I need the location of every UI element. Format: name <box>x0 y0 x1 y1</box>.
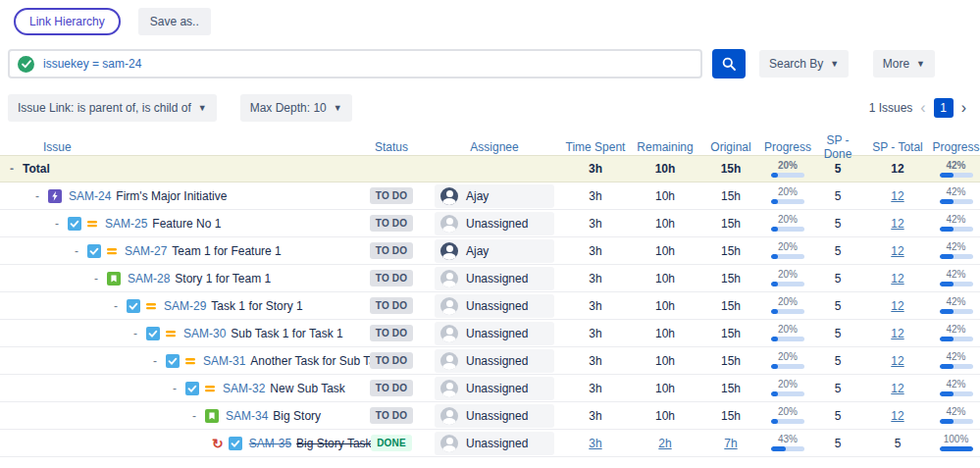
sp-total-value[interactable]: 12 <box>891 327 903 340</box>
search-by-dropdown[interactable]: Search By ▼ <box>759 50 849 78</box>
collapse-toggle[interactable]: - <box>55 217 59 231</box>
issue-summary: Feature No 1 <box>152 217 221 231</box>
avatar <box>440 242 458 260</box>
sp-total-value[interactable]: 12 <box>891 244 903 258</box>
time-spent-value: 3h <box>589 327 601 340</box>
issue-key-link[interactable]: SAM-34 <box>226 409 268 423</box>
collapse-toggle[interactable]: - <box>173 382 177 395</box>
avatar <box>440 270 458 287</box>
time-spent-value: 3h <box>589 354 601 368</box>
issue-key-link[interactable]: SAM-25 <box>105 217 147 231</box>
time-progress-bar <box>771 254 804 259</box>
issue-key-link[interactable]: SAM-32 <box>223 382 265 395</box>
column-header-original[interactable]: Original <box>698 140 763 154</box>
column-header-remaining[interactable]: Remaining <box>632 140 698 154</box>
column-header-issue[interactable]: Issue <box>0 140 353 154</box>
issue-key-link[interactable]: SAM-31 <box>203 354 245 368</box>
current-page-button[interactable]: 1 <box>934 98 954 118</box>
collapse-toggle[interactable]: - <box>133 327 137 340</box>
time-progress: 20% <box>763 407 812 424</box>
column-header-sp-done[interactable]: SP - Done <box>812 133 863 161</box>
time-progress-label: 20% <box>778 297 798 307</box>
issue-key-link[interactable]: SAM-29 <box>164 299 206 313</box>
sp-progress-bar <box>940 282 973 286</box>
collapse-toggle[interactable]: - <box>75 244 78 258</box>
assignee-name: Unassigned <box>466 299 528 313</box>
issue-key-link[interactable]: SAM-24 <box>69 189 111 203</box>
sp-total-value[interactable]: 12 <box>891 272 903 286</box>
sp-done-value: 5 <box>835 272 842 286</box>
avatar <box>440 435 458 452</box>
time-progress-bar <box>771 309 804 314</box>
sp-total-value[interactable]: 12 <box>891 409 903 423</box>
assignee-name: Unassigned <box>466 382 528 395</box>
sp-progress-label: 42% <box>946 407 965 417</box>
jql-search-input[interactable]: issuekey = sam-24 <box>8 49 702 78</box>
sp-total-value[interactable]: 12 <box>891 217 903 231</box>
collapse-toggle[interactable]: - <box>10 162 14 176</box>
time-spent-value: 3h <box>589 244 601 258</box>
time-spent-value: 3h <box>589 299 601 313</box>
sp-progress-bar <box>940 364 973 369</box>
sp-total-value[interactable]: 12 <box>891 299 903 313</box>
issue-key-link[interactable]: SAM-28 <box>128 272 170 286</box>
column-header-assignee[interactable]: Assignee <box>430 140 559 154</box>
jql-query-text: issuekey = sam-24 <box>43 57 141 71</box>
time-progress-bar <box>771 173 804 178</box>
search-button[interactable] <box>712 49 746 78</box>
query-valid-icon <box>18 56 34 73</box>
sp-total-value[interactable]: 12 <box>891 354 903 368</box>
collapse-toggle[interactable]: - <box>114 299 118 313</box>
table-header: IssueStatusAssigneeTime SpentRemainingOr… <box>0 133 980 155</box>
original-value: 15h <box>721 409 741 423</box>
issue-key-link[interactable]: SAM-35 <box>249 437 291 450</box>
issue-row: -SAM-34Big StoryTO DOUnassigned3h10h15h2… <box>0 402 980 430</box>
chevron-right-icon[interactable]: › <box>961 100 966 116</box>
task-icon <box>229 437 242 450</box>
issue-key-link[interactable]: SAM-27 <box>125 244 167 258</box>
assignee: Unassigned <box>435 349 554 373</box>
column-header-progress[interactable]: Progress <box>932 140 980 154</box>
search-bar: issuekey = sam-24 Search By ▼ More ▼ <box>8 49 972 78</box>
link-hierarchy-button[interactable]: Link Hierarchy <box>14 8 121 35</box>
chevron-left-icon[interactable]: ‹ <box>920 100 925 116</box>
column-header-progress[interactable]: Progress <box>763 140 812 154</box>
remaining-value: 10h <box>655 162 676 176</box>
max-depth-dropdown[interactable]: Max Depth: 10 ▼ <box>240 94 352 122</box>
sp-done-value: 5 <box>835 244 842 258</box>
more-dropdown[interactable]: More ▼ <box>873 50 935 78</box>
column-header-time-spent[interactable]: Time Spent <box>559 140 632 154</box>
issue-link-dropdown[interactable]: Issue Link: is parent of, is child of ▼ <box>8 94 217 122</box>
collapse-toggle[interactable]: - <box>153 354 157 368</box>
time-progress-label: 20% <box>778 325 798 335</box>
assignee: Unassigned <box>435 404 554 428</box>
collapse-toggle[interactable]: - <box>94 272 98 286</box>
avatar <box>440 325 458 342</box>
avatar <box>440 407 458 425</box>
pagination: 1 Issues ‹ 1 › <box>869 98 966 118</box>
issue-key-link[interactable]: SAM-30 <box>183 327 226 340</box>
assignee: Ajay <box>435 184 554 208</box>
column-header-sp-total[interactable]: SP - Total <box>863 140 932 154</box>
remaining-value: 10h <box>655 244 675 258</box>
sp-progress: 42% <box>932 297 980 314</box>
collapse-toggle[interactable]: - <box>35 189 39 203</box>
collapse-toggle[interactable]: - <box>192 409 196 423</box>
assignee-name: Unassigned <box>466 327 528 340</box>
time-progress-bar <box>771 419 804 424</box>
time-spent-value: 3h <box>589 409 601 423</box>
assignee: Unassigned <box>435 294 554 318</box>
remaining-value[interactable]: 2h <box>658 437 671 450</box>
sp-total-value[interactable]: 12 <box>891 189 903 203</box>
sp-total-value[interactable]: 12 <box>891 382 903 395</box>
sp-progress-label: 100% <box>944 435 969 444</box>
sp-done-value: 5 <box>835 382 842 395</box>
original-value[interactable]: 7h <box>724 437 737 450</box>
time-spent-value[interactable]: 3h <box>589 437 601 450</box>
column-header-status[interactable]: Status <box>353 140 430 154</box>
task-icon <box>166 354 180 368</box>
save-as-button[interactable]: Save as.. <box>138 8 211 35</box>
sp-progress: 42% <box>932 270 980 286</box>
sp-progress-label: 42% <box>946 297 965 307</box>
original-value: 15h <box>721 327 741 340</box>
